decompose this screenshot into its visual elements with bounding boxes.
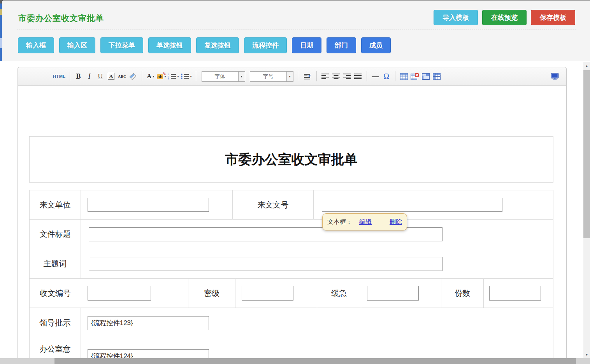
keywords-input[interactable] xyxy=(89,257,442,271)
ordered-list-icon: 1 2 3 xyxy=(168,73,176,79)
doc-number-input[interactable] xyxy=(322,198,502,212)
toolbar-separator xyxy=(142,71,142,81)
pencil-icon: ✎ xyxy=(162,71,166,77)
align-right-button[interactable] xyxy=(342,70,352,82)
font-color-icon: A xyxy=(147,72,151,80)
align-justify-icon xyxy=(354,74,362,79)
toolbar-separator xyxy=(70,71,70,81)
table-cell xyxy=(81,249,553,278)
save-template-button[interactable]: 保存模板 xyxy=(531,10,575,25)
add-dropdown-button[interactable]: 下拉菜单 xyxy=(100,37,143,53)
vertical-scrollbar[interactable]: ▲ ▼ xyxy=(583,62,590,358)
italic-button[interactable]: I xyxy=(85,70,94,82)
receipt-no-input[interactable] xyxy=(88,286,151,301)
copies-label: 份数 xyxy=(441,279,484,308)
chevron-down-icon: ▾ xyxy=(177,75,179,78)
underline-button[interactable]: U xyxy=(96,70,105,82)
ordered-list-button[interactable]: 1 2 3 ▾ xyxy=(168,70,179,82)
horizontal-scrollbar-thumb[interactable] xyxy=(54,358,576,364)
unordered-list-button[interactable]: ▾ xyxy=(181,70,192,82)
table-cell xyxy=(81,220,553,249)
insert-table-button[interactable] xyxy=(399,70,409,82)
unordered-list-icon xyxy=(181,73,189,79)
table-cell xyxy=(81,279,188,308)
scroll-up-arrow[interactable]: ▲ xyxy=(583,62,590,69)
svg-text:3: 3 xyxy=(168,77,169,79)
align-left-button[interactable] xyxy=(321,70,330,82)
add-member-button[interactable]: 成员 xyxy=(361,37,391,53)
font-family-value: 字体 xyxy=(202,72,238,81)
bold-button[interactable]: B xyxy=(74,70,83,82)
add-input-box-button[interactable]: 输入框 xyxy=(18,37,54,53)
align-left-icon xyxy=(321,74,329,79)
indent-button[interactable] xyxy=(303,70,313,82)
inline-style-icon[interactable]: A xyxy=(108,73,114,80)
add-textarea-button[interactable]: 输入区 xyxy=(59,37,95,53)
page-header: 市委办公室收文审批单 导入模板 在线预览 保存模板 输入框 输入区 下拉菜单 单… xyxy=(2,1,590,61)
align-right-icon xyxy=(343,74,351,79)
delete-field-link[interactable]: 删除 xyxy=(390,218,402,226)
source-unit-label: 来文单位 xyxy=(30,190,81,219)
table-cell xyxy=(81,308,553,338)
field-control-buttons: 输入框 输入区 下拉菜单 单选按钮 复选按钮 流程控件 日期 部门 成员 xyxy=(18,37,391,53)
chevron-down-icon: ▾ xyxy=(153,75,154,78)
scroll-down-arrow[interactable]: ▼ xyxy=(583,351,590,358)
align-center-button[interactable] xyxy=(332,70,341,82)
font-size-value: 字号 xyxy=(250,72,286,81)
add-process-control-button[interactable]: 流程控件 xyxy=(244,37,287,53)
align-center-icon xyxy=(332,74,340,79)
leader-note-label: 领导批示 xyxy=(30,308,81,338)
font-family-select[interactable]: 字体 ▾ xyxy=(202,71,245,82)
split-cells-button[interactable] xyxy=(432,70,441,82)
document-title-box: 市委办公室收文审批单 xyxy=(29,136,553,183)
chevron-down-icon[interactable]: ▾ xyxy=(286,72,293,81)
table-cell xyxy=(235,279,317,308)
add-checkbox-button[interactable]: 复选按钮 xyxy=(196,37,239,53)
chevron-down-icon: ▾ xyxy=(190,75,192,78)
doc-title-label: 文件标题 xyxy=(30,220,81,249)
urgency-label: 缓急 xyxy=(317,279,361,308)
field-hover-tooltip: 文本框： 编辑 删除 xyxy=(322,213,407,230)
table-icon xyxy=(400,73,408,80)
cell-properties-icon xyxy=(422,73,430,80)
special-char-button[interactable]: Ω xyxy=(382,70,391,82)
vertical-scrollbar-thumb[interactable] xyxy=(583,70,590,238)
table-row: 领导批示 xyxy=(30,308,553,338)
document-title: 市委办公室收文审批单 xyxy=(225,151,358,169)
add-radio-button[interactable]: 单选按钮 xyxy=(148,37,191,53)
strikethrough-button[interactable]: ABC xyxy=(118,70,127,82)
leader-note-input[interactable] xyxy=(88,316,209,330)
copies-input[interactable] xyxy=(489,286,541,301)
source-unit-input[interactable] xyxy=(88,198,209,212)
secrecy-input[interactable] xyxy=(242,286,293,301)
approval-form-table: 来文单位 来文文号 文件标题 主题词 收文编号 xyxy=(29,190,553,364)
rich-text-editor: HTML B I U A ABC A ▾ ab✎ ▾ 1 2 3 ▾ xyxy=(18,67,567,364)
table-row: 收文编号 密级 缓急 份数 xyxy=(30,279,553,308)
chevron-down-icon[interactable]: ▾ xyxy=(238,72,245,81)
toolbar-separator xyxy=(395,71,395,81)
add-date-button[interactable]: 日期 xyxy=(292,37,321,53)
source-code-button[interactable]: HTML xyxy=(53,70,66,82)
horizontal-rule-button[interactable]: — xyxy=(371,70,380,82)
delete-table-button[interactable] xyxy=(410,70,420,82)
fullscreen-button[interactable] xyxy=(550,70,559,82)
highlight-button[interactable]: ab✎ ▾ xyxy=(157,70,166,82)
toolbar-separator xyxy=(367,71,367,81)
indent-icon xyxy=(304,74,311,79)
cell-properties-button[interactable] xyxy=(421,70,430,82)
table-row: 文件标题 xyxy=(30,220,553,249)
font-color-button[interactable]: A ▾ xyxy=(146,70,155,82)
urgency-input[interactable] xyxy=(367,286,419,301)
import-template-button[interactable]: 导入模板 xyxy=(434,10,478,25)
online-preview-button[interactable]: 在线预览 xyxy=(482,10,527,25)
remove-format-button[interactable] xyxy=(128,70,138,82)
edit-field-link[interactable]: 编辑 xyxy=(359,218,372,226)
table-row: 来文单位 来文文号 xyxy=(30,190,553,220)
horizontal-scrollbar[interactable] xyxy=(0,358,590,364)
table-cell xyxy=(361,279,441,308)
monitor-icon xyxy=(551,73,559,80)
align-justify-button[interactable] xyxy=(353,70,363,82)
add-department-button[interactable]: 部门 xyxy=(327,37,356,53)
tooltip-field-type: 文本框： xyxy=(327,218,352,226)
font-size-select[interactable]: 字号 ▾ xyxy=(250,71,293,82)
